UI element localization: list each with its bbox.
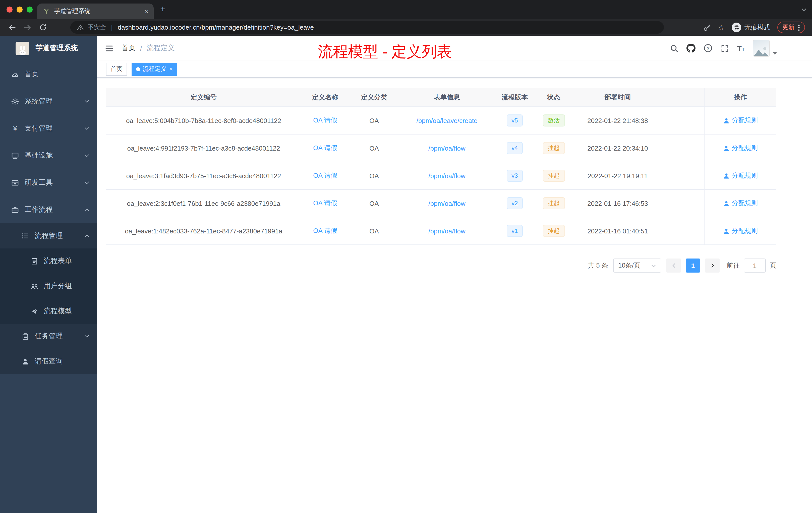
tab-search-icon[interactable] [801, 6, 807, 12]
sidebar-item-process-form[interactable]: 流程表单 [0, 248, 97, 274]
version-tag: v4 [506, 142, 523, 154]
form-link[interactable]: /bpm/oa/flow [428, 200, 465, 207]
security-label: 不安全 [88, 23, 106, 32]
tag-home[interactable]: 首页 [106, 62, 127, 76]
breadcrumb-separator: / [140, 44, 142, 52]
version-tag: v2 [506, 197, 523, 209]
assign-rule-link[interactable]: 分配规则 [723, 116, 758, 125]
definition-name-link[interactable]: OA 请假 [313, 117, 337, 124]
update-label: 更新 [782, 23, 794, 32]
sidebar-brand[interactable]: 芋道管理系统 [0, 36, 97, 61]
sidebar-item-process-management[interactable]: 流程管理 [0, 223, 97, 248]
version-tag: v1 [506, 225, 523, 237]
briefcase-icon [11, 206, 19, 214]
tag-close-icon[interactable]: × [169, 66, 173, 72]
sidebar-item-system[interactable]: 系统管理 [0, 88, 97, 115]
form-link[interactable]: /bpm/oa/flow [428, 172, 465, 179]
definition-name-link[interactable]: OA 请假 [313, 144, 337, 152]
chevron-down-icon [84, 125, 90, 131]
not-secure-icon [77, 24, 84, 31]
window-controls [6, 6, 33, 12]
users-icon [30, 282, 38, 290]
tag-process-definition[interactable]: 流程定义 × [132, 62, 177, 76]
sidebar-item-task-management[interactable]: 任务管理 [0, 324, 97, 349]
definition-name-link[interactable]: OA 请假 [313, 227, 337, 234]
new-tab-button[interactable]: + [160, 4, 166, 14]
person-icon [723, 200, 730, 207]
sidebar-item-user-group[interactable]: 用户分组 [0, 274, 97, 299]
browser-update-button[interactable]: 更新 [777, 22, 805, 33]
person-icon [723, 117, 730, 124]
user-avatar-menu[interactable] [753, 40, 777, 57]
sidebar-item-leave-query[interactable]: 请假查询 [0, 349, 97, 374]
goto-page-input[interactable] [744, 259, 766, 273]
form-link[interactable]: /bpm/oa/leave/create [416, 117, 477, 124]
assign-rule-link[interactable]: 分配规则 [723, 144, 758, 153]
sidebar-item-devtools[interactable]: 研发工具 [0, 169, 97, 196]
chevron-down-icon [84, 98, 90, 104]
person-icon [21, 357, 29, 365]
sidebar-item-home[interactable]: 首页 [0, 61, 97, 88]
help-icon[interactable]: ? [703, 44, 712, 53]
status-badge: 挂起 [543, 197, 565, 209]
dashboard-icon [11, 70, 19, 78]
back-button[interactable] [4, 19, 20, 36]
next-page-button[interactable] [705, 259, 720, 273]
form-link[interactable]: /bpm/oa/flow [428, 144, 465, 152]
status-badge: 挂起 [543, 170, 565, 182]
form-link[interactable]: /bpm/oa/flow [428, 227, 465, 235]
col-header: 定义分类 [349, 93, 399, 102]
sidebar-item-payment[interactable]: ¥ 支付管理 [0, 115, 97, 142]
avatar [753, 40, 770, 57]
breadcrumb-home[interactable]: 首页 [121, 44, 136, 53]
assign-rule-link[interactable]: 分配规则 [723, 171, 758, 180]
col-header: 状态 [535, 93, 573, 102]
definition-name-link[interactable]: OA 请假 [313, 172, 337, 179]
chevron-down-icon [651, 263, 656, 268]
status-badge: 激活 [543, 115, 565, 126]
page-number-button[interactable]: 1 [686, 259, 700, 273]
sidebar-toggle-icon[interactable] [97, 44, 121, 53]
github-icon[interactable] [686, 44, 695, 53]
document-icon [30, 257, 38, 265]
reload-button[interactable] [35, 19, 51, 36]
forward-button[interactable] [20, 19, 35, 36]
definition-category: OA [349, 117, 399, 124]
page-content: 定义编号 定义名称 定义分类 表单信息 流程版本 状态 部署时间 操作 oa_l… [97, 78, 812, 273]
deploy-time: 2022-01-16 01:40:51 [573, 227, 663, 235]
page-size-select[interactable]: 10条/页 [613, 259, 661, 273]
sidebar-item-process-model[interactable]: 流程模型 [0, 299, 97, 324]
url-text: dashboard.yudao.iocoder.cn/bpm/manager/d… [118, 24, 314, 31]
chevron-down-icon [84, 153, 90, 159]
fullscreen-icon[interactable] [720, 44, 729, 53]
prev-page-button[interactable] [666, 259, 681, 273]
version-tag: v3 [506, 170, 523, 182]
sidebar: 芋道管理系统 首页 系统管理 ¥ 支付管理 基础设施 [0, 36, 97, 513]
assign-rule-link[interactable]: 分配规则 [723, 227, 758, 235]
monitor-icon [11, 152, 19, 160]
sidebar-item-infra[interactable]: 基础设施 [0, 142, 97, 169]
tab-close-icon[interactable]: × [145, 8, 149, 15]
font-size-icon[interactable]: TT [737, 44, 745, 53]
table-row: oa_leave:1:482ec033-762a-11ec-8477-a2380… [106, 217, 776, 245]
table-row: oa_leave:2:3c1f0ef1-76b1-11ec-9c66-a2380… [106, 190, 776, 217]
favicon [42, 7, 50, 15]
menu-dots-icon [798, 24, 800, 31]
bookmark-star-icon[interactable]: ☆ [718, 23, 725, 32]
minimize-window-button[interactable] [17, 6, 23, 12]
definition-name-link[interactable]: OA 请假 [313, 199, 337, 207]
pagination: 共 5 条 10条/页 1 前往 页 [106, 259, 776, 273]
incognito-icon [732, 23, 741, 32]
zoom-window-button[interactable] [27, 6, 33, 12]
password-key-icon[interactable] [703, 23, 711, 31]
breadcrumb: 首页 / 流程定义 [121, 44, 175, 53]
sidebar-item-workflow[interactable]: 工作流程 [0, 196, 97, 223]
address-bar[interactable]: 不安全 | dashboard.yudao.iocoder.cn/bpm/man… [70, 21, 664, 34]
chevron-right-icon [709, 263, 715, 269]
deploy-time: 2022-01-22 21:48:38 [573, 117, 663, 124]
browser-tab[interactable]: 芋道管理系统 × [37, 3, 154, 19]
assign-rule-link[interactable]: 分配规则 [723, 199, 758, 208]
search-icon[interactable] [670, 44, 678, 53]
close-window-button[interactable] [6, 6, 12, 12]
definition-category: OA [349, 200, 399, 207]
